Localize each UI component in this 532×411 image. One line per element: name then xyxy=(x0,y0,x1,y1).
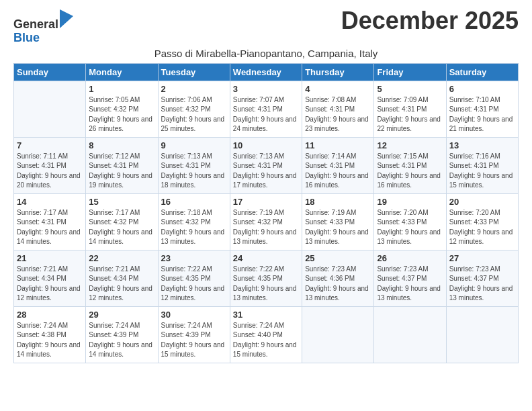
calendar-cell: 24Sunrise: 7:22 AMSunset: 4:35 PMDayligh… xyxy=(230,250,302,306)
calendar-week-row: 21Sunrise: 7:21 AMSunset: 4:34 PMDayligh… xyxy=(14,250,519,306)
weekday-header-tuesday: Tuesday xyxy=(158,63,230,81)
day-number: 5 xyxy=(377,84,443,94)
day-number: 15 xyxy=(89,197,154,207)
day-number: 24 xyxy=(233,253,299,263)
weekday-header-thursday: Thursday xyxy=(302,63,374,81)
day-info: Sunrise: 7:21 AMSunset: 4:34 PMDaylight:… xyxy=(17,265,83,304)
day-info: Sunrise: 7:13 AMSunset: 4:31 PMDaylight:… xyxy=(233,152,299,191)
calendar-cell: 20Sunrise: 7:20 AMSunset: 4:33 PMDayligh… xyxy=(446,193,518,250)
weekday-header-sunday: Sunday xyxy=(14,63,86,81)
calendar-header: SundayMondayTuesdayWednesdayThursdayFrid… xyxy=(14,63,519,81)
calendar-cell: 10Sunrise: 7:13 AMSunset: 4:31 PMDayligh… xyxy=(230,137,302,193)
day-number: 13 xyxy=(449,140,515,150)
calendar-cell: 31Sunrise: 7:24 AMSunset: 4:40 PMDayligh… xyxy=(230,306,302,363)
day-info: Sunrise: 7:17 AMSunset: 4:32 PMDaylight:… xyxy=(89,208,154,247)
subtitle: Passo di Mirabella-Pianopantano, Campani… xyxy=(13,48,519,59)
calendar-cell: 13Sunrise: 7:16 AMSunset: 4:31 PMDayligh… xyxy=(446,137,518,193)
day-number: 8 xyxy=(89,140,154,150)
day-info: Sunrise: 7:05 AMSunset: 4:32 PMDaylight:… xyxy=(89,95,154,134)
day-number: 4 xyxy=(305,84,371,94)
day-number: 29 xyxy=(89,310,154,320)
calendar-table: SundayMondayTuesdayWednesdayThursdayFrid… xyxy=(13,63,519,363)
weekday-header-monday: Monday xyxy=(86,63,158,81)
day-info: Sunrise: 7:09 AMSunset: 4:31 PMDaylight:… xyxy=(377,95,443,134)
calendar-cell: 25Sunrise: 7:23 AMSunset: 4:36 PMDayligh… xyxy=(302,250,374,306)
day-number: 26 xyxy=(377,253,443,263)
weekday-header-row: SundayMondayTuesdayWednesdayThursdayFrid… xyxy=(14,63,519,81)
day-info: Sunrise: 7:24 AMSunset: 4:40 PMDaylight:… xyxy=(233,321,299,360)
calendar-cell: 3Sunrise: 7:07 AMSunset: 4:31 PMDaylight… xyxy=(230,81,302,137)
day-number: 25 xyxy=(305,253,371,263)
day-info: Sunrise: 7:19 AMSunset: 4:33 PMDaylight:… xyxy=(305,208,371,247)
calendar-body: 1Sunrise: 7:05 AMSunset: 4:32 PMDaylight… xyxy=(14,81,519,363)
calendar-cell: 18Sunrise: 7:19 AMSunset: 4:33 PMDayligh… xyxy=(302,193,374,250)
day-number: 19 xyxy=(377,197,443,207)
day-number: 14 xyxy=(17,197,83,207)
calendar-cell: 21Sunrise: 7:21 AMSunset: 4:34 PMDayligh… xyxy=(14,250,86,306)
calendar-cell: 5Sunrise: 7:09 AMSunset: 4:31 PMDaylight… xyxy=(374,81,446,137)
day-info: Sunrise: 7:24 AMSunset: 4:39 PMDaylight:… xyxy=(89,321,154,360)
day-info: Sunrise: 7:24 AMSunset: 4:39 PMDaylight:… xyxy=(161,321,227,360)
logo-text: General Blue xyxy=(13,9,73,45)
calendar-cell: 29Sunrise: 7:24 AMSunset: 4:39 PMDayligh… xyxy=(86,306,158,363)
day-info: Sunrise: 7:16 AMSunset: 4:31 PMDaylight:… xyxy=(449,152,515,191)
calendar-cell: 7Sunrise: 7:11 AMSunset: 4:31 PMDaylight… xyxy=(14,137,86,193)
day-number: 17 xyxy=(233,197,299,207)
day-info: Sunrise: 7:18 AMSunset: 4:32 PMDaylight:… xyxy=(161,208,227,247)
day-info: Sunrise: 7:23 AMSunset: 4:36 PMDaylight:… xyxy=(305,265,371,304)
day-number: 28 xyxy=(17,310,83,320)
calendar-cell: 6Sunrise: 7:10 AMSunset: 4:31 PMDaylight… xyxy=(446,81,518,137)
calendar-cell: 27Sunrise: 7:23 AMSunset: 4:37 PMDayligh… xyxy=(446,250,518,306)
day-number: 22 xyxy=(89,253,154,263)
day-info: Sunrise: 7:06 AMSunset: 4:32 PMDaylight:… xyxy=(161,95,227,134)
day-info: Sunrise: 7:23 AMSunset: 4:37 PMDaylight:… xyxy=(449,265,515,304)
logo-icon xyxy=(60,9,73,28)
calendar-cell xyxy=(302,306,374,363)
day-info: Sunrise: 7:13 AMSunset: 4:31 PMDaylight:… xyxy=(161,152,227,191)
calendar-cell: 8Sunrise: 7:12 AMSunset: 4:31 PMDaylight… xyxy=(86,137,158,193)
day-info: Sunrise: 7:08 AMSunset: 4:31 PMDaylight:… xyxy=(305,95,371,134)
calendar-cell: 15Sunrise: 7:17 AMSunset: 4:32 PMDayligh… xyxy=(86,193,158,250)
page: General Blue December 2025 Passo di Mira… xyxy=(0,0,532,411)
calendar-cell: 12Sunrise: 7:15 AMSunset: 4:31 PMDayligh… xyxy=(374,137,446,193)
day-number: 12 xyxy=(377,140,443,150)
svg-marker-0 xyxy=(60,9,73,28)
day-number: 9 xyxy=(161,140,227,150)
day-info: Sunrise: 7:20 AMSunset: 4:33 PMDaylight:… xyxy=(449,208,515,247)
header: General Blue December 2025 xyxy=(13,7,519,45)
calendar-week-row: 7Sunrise: 7:11 AMSunset: 4:31 PMDaylight… xyxy=(14,137,519,193)
day-info: Sunrise: 7:07 AMSunset: 4:31 PMDaylight:… xyxy=(233,95,299,134)
day-info: Sunrise: 7:23 AMSunset: 4:37 PMDaylight:… xyxy=(377,265,443,304)
calendar-cell: 4Sunrise: 7:08 AMSunset: 4:31 PMDaylight… xyxy=(302,81,374,137)
day-info: Sunrise: 7:21 AMSunset: 4:34 PMDaylight:… xyxy=(89,265,154,304)
calendar-cell: 23Sunrise: 7:22 AMSunset: 4:35 PMDayligh… xyxy=(158,250,230,306)
calendar-cell xyxy=(374,306,446,363)
day-info: Sunrise: 7:11 AMSunset: 4:31 PMDaylight:… xyxy=(17,152,83,191)
calendar-week-row: 1Sunrise: 7:05 AMSunset: 4:32 PMDaylight… xyxy=(14,81,519,137)
day-info: Sunrise: 7:20 AMSunset: 4:33 PMDaylight:… xyxy=(377,208,443,247)
calendar-cell xyxy=(14,81,86,137)
logo-blue: Blue xyxy=(13,31,40,44)
logo: General Blue xyxy=(13,9,73,45)
day-info: Sunrise: 7:24 AMSunset: 4:38 PMDaylight:… xyxy=(17,321,83,360)
day-number: 16 xyxy=(161,197,227,207)
day-info: Sunrise: 7:15 AMSunset: 4:31 PMDaylight:… xyxy=(377,152,443,191)
weekday-header-friday: Friday xyxy=(374,63,446,81)
day-number: 18 xyxy=(305,197,371,207)
calendar-cell: 30Sunrise: 7:24 AMSunset: 4:39 PMDayligh… xyxy=(158,306,230,363)
calendar-week-row: 14Sunrise: 7:17 AMSunset: 4:31 PMDayligh… xyxy=(14,193,519,250)
day-info: Sunrise: 7:14 AMSunset: 4:31 PMDaylight:… xyxy=(305,152,371,191)
calendar-cell: 11Sunrise: 7:14 AMSunset: 4:31 PMDayligh… xyxy=(302,137,374,193)
logo-general: General xyxy=(13,17,58,31)
day-number: 30 xyxy=(161,310,227,320)
calendar-cell xyxy=(446,306,518,363)
day-info: Sunrise: 7:19 AMSunset: 4:32 PMDaylight:… xyxy=(233,208,299,247)
day-number: 10 xyxy=(233,140,299,150)
day-number: 23 xyxy=(161,253,227,263)
day-number: 20 xyxy=(449,197,515,207)
calendar-cell: 14Sunrise: 7:17 AMSunset: 4:31 PMDayligh… xyxy=(14,193,86,250)
day-number: 11 xyxy=(305,140,371,150)
calendar-cell: 9Sunrise: 7:13 AMSunset: 4:31 PMDaylight… xyxy=(158,137,230,193)
day-number: 6 xyxy=(449,84,515,94)
calendar-week-row: 28Sunrise: 7:24 AMSunset: 4:38 PMDayligh… xyxy=(14,306,519,363)
